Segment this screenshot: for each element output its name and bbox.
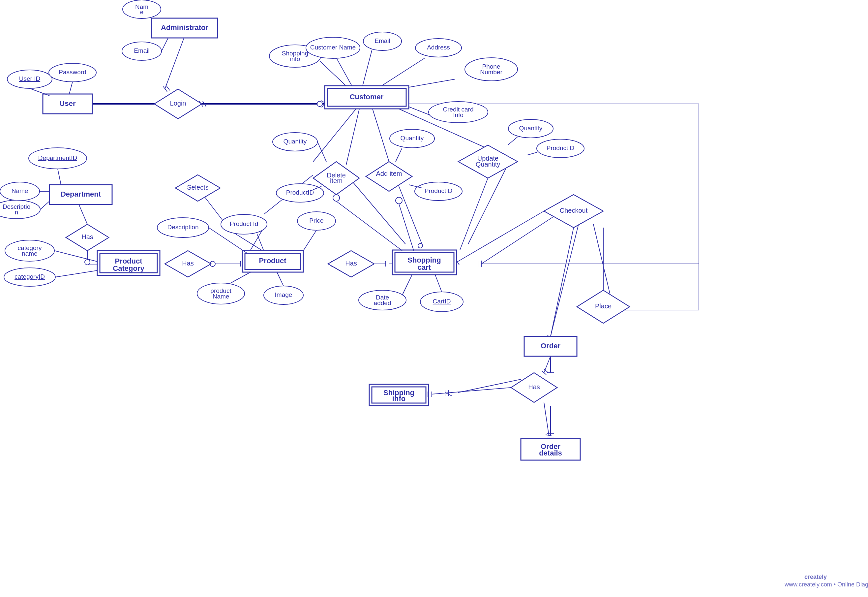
svg-text:Image: Image [275, 291, 292, 298]
svg-line-7 [166, 85, 170, 91]
svg-line-182 [432, 388, 511, 394]
svg-text:item: item [330, 177, 342, 184]
svg-point-4 [317, 101, 322, 107]
svg-text:Has: Has [528, 383, 540, 391]
svg-text:User ID: User ID [19, 75, 40, 82]
svg-text:Quantity: Quantity [283, 138, 307, 145]
svg-text:Place: Place [595, 303, 612, 310]
svg-line-172 [551, 227, 573, 336]
svg-text:Checkout: Checkout [560, 207, 588, 214]
svg-point-156 [395, 197, 402, 204]
svg-text:Email: Email [375, 37, 390, 44]
svg-text:ProductID: ProductID [547, 144, 574, 151]
svg-line-110 [55, 251, 97, 261]
svg-line-179 [542, 371, 546, 375]
svg-text:Price: Price [309, 217, 323, 224]
svg-point-158 [333, 195, 339, 201]
watermark-brand: creately [804, 573, 827, 580]
order-label: Order [541, 342, 560, 350]
svg-line-40 [346, 109, 359, 165]
svg-line-56 [458, 379, 521, 392]
svg-text:cart: cart [418, 263, 431, 272]
svg-line-41 [350, 178, 406, 244]
svg-text:Info: Info [453, 111, 464, 119]
svg-text:Address: Address [427, 44, 450, 51]
svg-line-72 [161, 38, 168, 51]
svg-text:n: n [15, 209, 18, 216]
svg-line-157 [399, 204, 414, 251]
svg-text:Number: Number [480, 68, 502, 76]
svg-line-137 [402, 275, 412, 295]
svg-line-10 [363, 48, 373, 86]
svg-text:Add item: Add item [376, 170, 402, 177]
svg-text:Has: Has [345, 260, 357, 267]
customer-label: Customer [350, 93, 384, 101]
svg-text:Description: Description [167, 224, 198, 230]
svg-line-113 [55, 270, 97, 277]
svg-line-167 [527, 152, 537, 155]
svg-point-20 [85, 260, 90, 265]
svg-text:CartID: CartID [433, 298, 451, 305]
svg-text:Quantity: Quantity [476, 160, 500, 168]
user-label: User [60, 99, 76, 107]
svg-text:Selects: Selects [187, 184, 209, 191]
svg-text:Quantity: Quantity [400, 135, 424, 141]
svg-text:added: added [374, 300, 391, 306]
svg-line-152 [395, 148, 402, 162]
svg-text:info: info [392, 395, 406, 403]
svg-text:Quantity: Quantity [519, 125, 543, 132]
svg-line-131 [277, 272, 283, 286]
svg-line-49 [593, 224, 610, 294]
svg-text:Email: Email [134, 47, 150, 54]
svg-line-168 [460, 178, 488, 250]
svg-line-159 [336, 201, 402, 251]
svg-text:Name: Name [12, 187, 28, 194]
svg-text:info: info [290, 55, 300, 62]
svg-line-78 [69, 82, 73, 94]
svg-text:categoryID: categoryID [15, 273, 45, 280]
svg-line-185 [544, 402, 549, 435]
svg-text:name: name [22, 250, 38, 257]
svg-text:Password: Password [59, 68, 86, 76]
svg-text:e: e [140, 9, 144, 15]
svg-line-124 [303, 230, 317, 251]
svg-line-5 [165, 36, 185, 89]
svg-text:DepartmentID: DepartmentID [38, 154, 77, 161]
department-label: Department [61, 190, 101, 198]
svg-text:Name: Name [213, 293, 230, 300]
watermark-url: www.creately.com • Online Diagrammer [784, 581, 868, 588]
svg-text:ProductID: ProductID [425, 187, 452, 194]
svg-text:Customer Name: Customer Name [310, 44, 356, 51]
svg-line-11 [379, 58, 425, 88]
svg-line-8 [320, 61, 350, 89]
svg-line-170 [456, 211, 544, 262]
svg-line-6 [163, 86, 167, 92]
svg-line-48 [551, 218, 580, 336]
administrator-label: Administrator [161, 24, 209, 32]
svg-line-145 [317, 142, 326, 162]
svg-text:Has: Has [81, 233, 93, 241]
svg-line-128 [231, 272, 250, 283]
svg-line-75 [30, 88, 49, 96]
svg-line-164 [508, 137, 518, 145]
svg-text:ProductID: ProductID [286, 189, 314, 196]
svg-point-44 [418, 244, 423, 248]
svg-line-9 [336, 58, 353, 88]
svg-text:Has: Has [182, 260, 194, 267]
svg-line-97 [58, 169, 61, 185]
svg-line-42 [373, 109, 389, 162]
er-diagram: Administrator Nam e Email User User ID P… [0, 0, 868, 597]
svg-text:Login: Login [170, 100, 186, 107]
svg-text:Category: Category [113, 264, 144, 272]
svg-text:Product Id: Product Id [230, 220, 258, 227]
svg-text:details: details [539, 449, 562, 457]
svg-line-104 [40, 201, 49, 209]
svg-line-140 [435, 275, 442, 292]
product-label: Product [259, 257, 286, 265]
svg-line-37 [313, 109, 356, 162]
